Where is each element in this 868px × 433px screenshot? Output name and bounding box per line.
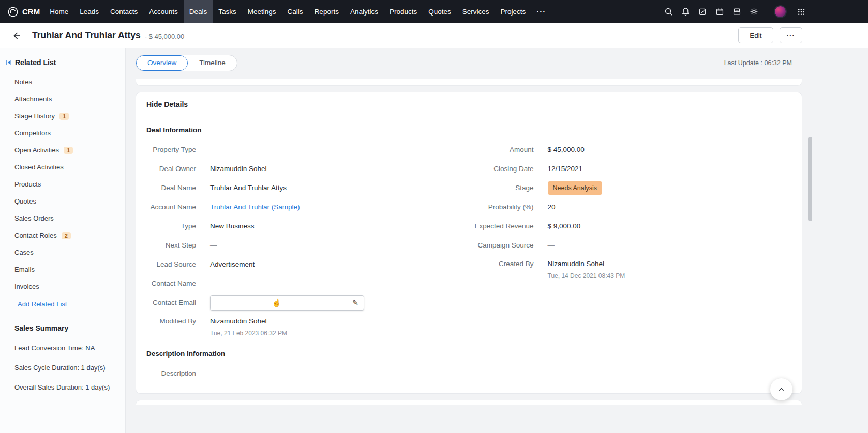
- vertical-scrollbar-thumb[interactable]: [808, 137, 812, 221]
- field-label: Probability (%): [469, 203, 534, 212]
- field-row-closing-date: Closing Date12/15/2021: [469, 159, 792, 178]
- field-value-wrap: —: [210, 241, 217, 250]
- nav-item-tasks[interactable]: Tasks: [213, 0, 242, 23]
- nav-item-home[interactable]: Home: [44, 0, 74, 23]
- field-value-text: —: [210, 280, 217, 287]
- field-value-wrap: —: [210, 145, 217, 154]
- hide-details-toggle[interactable]: Hide Details: [136, 92, 802, 116]
- crm-deal-detail-page: { "colors": { "accent": "#2b7bd8", "nav-…: [0, 0, 868, 433]
- fields-right-column: Amount$ 45,000.00Closing Date12/15/2021S…: [469, 140, 792, 338]
- sidebar-item-sales-orders[interactable]: Sales Orders: [0, 210, 125, 227]
- nav-item-deals[interactable]: Deals: [184, 0, 213, 23]
- search-icon[interactable]: [664, 7, 673, 16]
- field-value-wrap: Truhlar And Truhlar (Sample): [210, 203, 300, 212]
- sidebar-item-attachments[interactable]: Attachments: [0, 90, 125, 107]
- tab-timeline[interactable]: Timeline: [188, 55, 237, 71]
- field-label: Amount: [469, 145, 534, 154]
- field-value-wrap: $ 45,000.00: [548, 145, 585, 154]
- sales-summary-item: Sales Cycle Duration: 1 day(s): [0, 352, 125, 372]
- notifications-bell-icon[interactable]: [681, 7, 690, 16]
- scroll-to-top-button[interactable]: [770, 378, 792, 400]
- account-name-link[interactable]: Truhlar And Truhlar (Sample): [210, 203, 300, 211]
- count-badge: 1: [59, 113, 69, 120]
- field-label: Created By: [469, 259, 534, 269]
- nav-item-accounts[interactable]: Accounts: [143, 0, 184, 23]
- field-label: Stage: [469, 183, 534, 193]
- nav-more-button[interactable]: ···: [531, 1, 551, 23]
- sidebar-item-competitors[interactable]: Competitors: [0, 125, 125, 142]
- field-sub-text: Tue, 21 Feb 2023 06:32 PM: [210, 329, 287, 338]
- sidebar-items: NotesAttachmentsStage History1Competitor…: [0, 73, 125, 295]
- nav-item-calls[interactable]: Calls: [282, 0, 309, 23]
- field-row-modified-by: Modified ByNizamuddin SohelTue, 21 Feb 2…: [146, 312, 469, 338]
- nav-item-quotes[interactable]: Quotes: [423, 0, 457, 23]
- main-panel: OverviewTimeline Last Update : 06:32 PM …: [126, 48, 868, 433]
- last-update-text: Last Update : 06:32 PM: [724, 59, 792, 67]
- sidebar-item-products[interactable]: Products: [0, 176, 125, 193]
- calendar-icon[interactable]: [715, 7, 724, 16]
- nav-item-contacts[interactable]: Contacts: [104, 0, 143, 23]
- field-row-amount: Amount$ 45,000.00: [469, 140, 792, 159]
- topnav-items: HomeLeadsContactsAccountsDealsTasksMeeti…: [44, 0, 531, 23]
- field-value-text: Nizamuddin Sohel: [210, 165, 267, 173]
- nav-item-meetings[interactable]: Meetings: [242, 0, 282, 23]
- field-label: Account Name: [146, 203, 196, 212]
- next-card-top-edge: [136, 400, 802, 405]
- record-more-button[interactable]: ···: [780, 27, 803, 43]
- tab-overview[interactable]: Overview: [136, 55, 188, 71]
- nav-item-analytics[interactable]: Analytics: [345, 0, 384, 23]
- field-label: Type: [146, 222, 196, 231]
- field-value-text: 20: [548, 203, 556, 211]
- sidebar-item-notes[interactable]: Notes: [0, 73, 125, 90]
- settings-gear-icon[interactable]: [750, 7, 758, 16]
- field-value-wrap: New Business: [210, 222, 255, 231]
- topnav-icons: [664, 5, 805, 18]
- nav-item-services[interactable]: Services: [457, 0, 495, 23]
- record-header: Truhlar And Truhlar Attys - $ 45,000.00 …: [0, 23, 868, 48]
- collapse-sidebar-icon[interactable]: [5, 59, 11, 66]
- field-row-campaign-source: Campaign Source—: [469, 236, 792, 255]
- field-value-wrap: —☝✎: [210, 295, 364, 311]
- field-row-stage: StageNeeds Analysis: [469, 178, 792, 197]
- deal-title: Truhlar And Truhlar Attys: [32, 30, 141, 41]
- sidebar-item-closed-activities[interactable]: Closed Activities: [0, 159, 125, 176]
- count-badge: 2: [62, 232, 71, 239]
- sidebar-item-label: Competitors: [14, 129, 51, 137]
- field-value-wrap: Advertisement: [210, 260, 255, 269]
- field-label: Expected Revenue: [469, 222, 534, 231]
- sidebar-item-invoices[interactable]: Invoices: [0, 278, 125, 295]
- sidebar-item-stage-history[interactable]: Stage History1: [0, 107, 125, 125]
- field-row-type: TypeNew Business: [146, 216, 469, 236]
- field-value-wrap: Nizamuddin Sohel: [210, 164, 267, 174]
- sales-summary-items: Lead Conversion Time: NASales Cycle Dura…: [0, 332, 125, 391]
- billing-terminal-icon[interactable]: [732, 7, 741, 16]
- field-row-deal-name: Deal NameTruhlar And Truhlar Attys: [146, 178, 469, 197]
- deal-amount-subtitle: - $ 45,000.00: [145, 31, 185, 40]
- edit-pencil-icon[interactable]: ✎: [352, 298, 358, 307]
- field-label: Modified By: [146, 317, 196, 326]
- user-avatar[interactable]: [774, 5, 787, 18]
- apps-grid-icon[interactable]: [797, 8, 805, 16]
- sidebar-item-label: Stage History: [14, 112, 55, 120]
- crm-logo[interactable]: CRM: [7, 6, 40, 18]
- add-related-list-link[interactable]: Add Related List: [0, 295, 125, 308]
- section-description-information: Description InformationDescription—: [136, 340, 802, 385]
- field-value-wrap: —: [548, 241, 555, 250]
- sidebar-item-emails[interactable]: Emails: [0, 261, 125, 278]
- compose-icon[interactable]: [698, 7, 707, 16]
- nav-item-reports[interactable]: Reports: [309, 0, 345, 23]
- nav-item-products[interactable]: Products: [384, 0, 423, 23]
- sidebar-item-contact-roles[interactable]: Contact Roles2: [0, 227, 125, 244]
- sidebar-item-quotes[interactable]: Quotes: [0, 193, 125, 210]
- field-label: Next Step: [146, 241, 196, 250]
- field-value-text: —: [210, 369, 217, 377]
- sidebar-item-cases[interactable]: Cases: [0, 244, 125, 261]
- field-value-text: —: [216, 298, 223, 307]
- back-arrow-icon[interactable]: [11, 30, 22, 41]
- nav-item-projects[interactable]: Projects: [495, 0, 532, 23]
- edit-button[interactable]: Edit: [738, 27, 773, 43]
- field-columns: Description—: [146, 364, 791, 383]
- contact-email-inline-edit[interactable]: —☝✎: [210, 295, 364, 311]
- sidebar-item-open-activities[interactable]: Open Activities1: [0, 142, 125, 159]
- nav-item-leads[interactable]: Leads: [74, 0, 104, 23]
